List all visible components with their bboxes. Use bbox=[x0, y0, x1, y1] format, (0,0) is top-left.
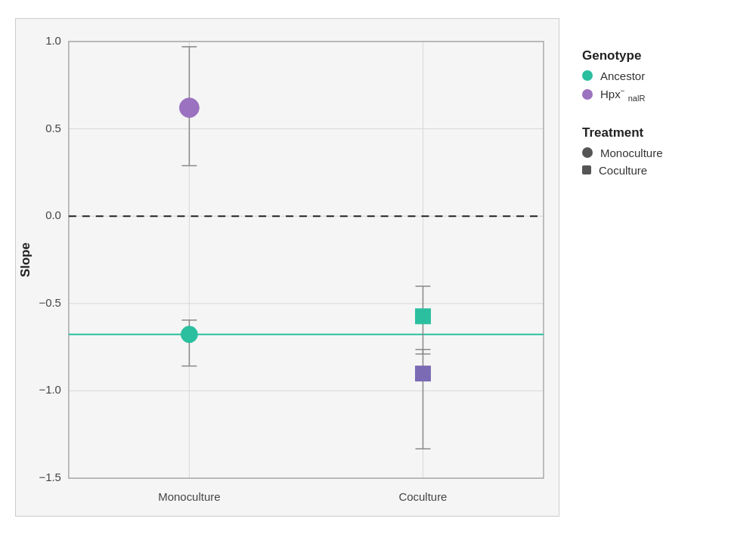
genotype-legend-title: Genotype bbox=[582, 48, 726, 63]
plot-area: 1.0 0.5 0.0 −0.5 −1.0 −1.5 Slope Monocul… bbox=[15, 18, 559, 517]
ancestor-color-icon bbox=[582, 70, 593, 81]
monoculture-color-icon bbox=[582, 147, 593, 158]
svg-text:−1.0: −1.0 bbox=[39, 383, 60, 396]
legend-item-coculture: Coculture bbox=[582, 164, 726, 177]
svg-point-24 bbox=[181, 326, 197, 342]
chart-container: 1.0 0.5 0.0 −0.5 −1.0 −1.5 Slope Monocul… bbox=[15, 18, 741, 517]
svg-text:Coculture: Coculture bbox=[398, 490, 447, 503]
hpx-label: Hpx− nalR bbox=[600, 87, 645, 103]
svg-text:0.5: 0.5 bbox=[45, 121, 61, 134]
treatment-legend-title: Treatment bbox=[582, 125, 726, 140]
hpx-color-icon bbox=[582, 89, 593, 100]
svg-text:−0.5: −0.5 bbox=[39, 295, 60, 308]
svg-text:1.0: 1.0 bbox=[45, 33, 61, 46]
svg-rect-36 bbox=[415, 366, 430, 381]
legend-item-ancestor: Ancestor bbox=[582, 69, 726, 82]
svg-text:Monoculture: Monoculture bbox=[158, 490, 220, 503]
coculture-color-icon bbox=[582, 165, 591, 174]
svg-text:0.0: 0.0 bbox=[45, 208, 61, 221]
coculture-label: Coculture bbox=[599, 164, 647, 177]
legend-item-hpx: Hpx− nalR bbox=[582, 87, 726, 103]
svg-text:−1.5: −1.5 bbox=[39, 471, 60, 483]
legend-item-monoculture: Monoculture bbox=[582, 147, 726, 159]
monoculture-label: Monoculture bbox=[600, 147, 663, 159]
svg-text:Slope: Slope bbox=[18, 242, 33, 276]
ancestor-label: Ancestor bbox=[600, 69, 645, 82]
svg-rect-28 bbox=[415, 308, 430, 323]
svg-point-32 bbox=[179, 97, 199, 117]
svg-rect-0 bbox=[69, 41, 544, 477]
legend-area: Genotype Ancestor Hpx− nalR Treatment Mo… bbox=[559, 18, 741, 517]
